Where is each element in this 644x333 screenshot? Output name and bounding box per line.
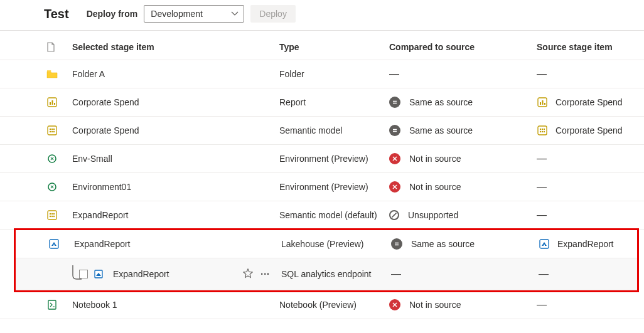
svg-rect-5 <box>540 102 541 105</box>
not-in-source-badge-icon <box>389 299 400 310</box>
svg-point-17 <box>542 129 543 130</box>
item-type: Environment (Preview) <box>279 182 368 192</box>
row-checkbox[interactable] <box>79 270 88 278</box>
source-item-icon <box>537 97 548 108</box>
source-item-icon <box>537 125 548 136</box>
compare-text: Same as source <box>411 239 475 249</box>
table-row[interactable]: ExpandReportLakehouse (Preview)Same as s… <box>16 230 637 258</box>
item-type: Report <box>279 97 306 107</box>
svg-point-14 <box>53 131 55 132</box>
table-row[interactable]: Corporate SpendReportSame as sourceCorpo… <box>0 88 644 117</box>
col-type[interactable]: Type <box>279 42 389 52</box>
deploy-button[interactable]: Deploy <box>250 5 296 23</box>
item-name: Notebook 1 <box>72 300 117 310</box>
item-type-icon <box>46 181 58 193</box>
table-header: Selected stage item Type Compared to sou… <box>0 31 644 60</box>
item-type: SQL analytics endpoint <box>281 269 371 279</box>
svg-point-25 <box>50 213 51 214</box>
source-dash: — <box>539 268 549 280</box>
svg-line-31 <box>392 213 397 218</box>
source-item-name: ExpandReport <box>557 239 614 249</box>
item-type: Semantic model (default) <box>279 210 377 220</box>
source-dash: — <box>537 68 547 80</box>
col-icon <box>19 42 72 52</box>
svg-point-30 <box>53 216 55 217</box>
svg-point-9 <box>50 129 51 130</box>
table-row[interactable]: Environment01Environment (Preview)Not in… <box>0 173 644 201</box>
source-stage-dropdown[interactable]: Development <box>144 5 244 23</box>
item-name: Corporate Spend <box>72 97 139 107</box>
svg-point-16 <box>540 129 541 130</box>
svg-point-11 <box>53 129 55 130</box>
source-item-icon <box>539 238 550 250</box>
item-type-icon <box>48 238 60 250</box>
source-dash: — <box>537 181 547 193</box>
svg-point-29 <box>51 216 53 217</box>
svg-rect-24 <box>48 211 56 219</box>
svg-point-19 <box>540 131 541 132</box>
svg-point-18 <box>544 129 545 130</box>
svg-point-13 <box>51 131 53 132</box>
stage-title: Test <box>44 7 69 21</box>
svg-rect-1 <box>50 102 51 105</box>
favorite-star-icon[interactable] <box>243 268 253 280</box>
item-type-icon <box>93 268 104 280</box>
highlight-box: ExpandReportLakehouse (Preview)Same as s… <box>14 228 639 292</box>
svg-point-10 <box>51 129 53 130</box>
table-row[interactable]: ExpandReport···SQL analytics endpoint—— <box>16 258 637 290</box>
file-icon <box>46 42 55 52</box>
item-type-icon <box>46 153 58 164</box>
item-name: Environment01 <box>72 182 131 192</box>
deploy-from-label: Deploy from <box>87 9 138 19</box>
not-in-source-badge-icon <box>389 153 400 164</box>
same-badge-icon <box>389 125 400 136</box>
compare-text: Not in source <box>409 300 461 310</box>
same-badge-icon <box>391 238 402 250</box>
table-row[interactable]: Notebook 1Notebook (Preview)Not in sourc… <box>0 291 644 319</box>
col-compared[interactable]: Compared to source <box>389 42 537 52</box>
item-type: Environment (Preview) <box>279 154 368 164</box>
table-row[interactable]: ExpandReportSemantic model (default)Unsu… <box>0 201 644 230</box>
table-row[interactable]: Env-SmallEnvironment (Preview)Not in sou… <box>0 145 644 173</box>
compare-text: Not in source <box>409 154 461 164</box>
same-badge-icon <box>389 97 400 108</box>
compare-text: Not in source <box>409 182 461 192</box>
svg-point-21 <box>544 131 545 132</box>
compare-dash: — <box>391 268 401 280</box>
dropdown-value: Development <box>151 9 203 19</box>
items-table: Selected stage item Type Compared to sou… <box>0 31 644 319</box>
source-dash: — <box>537 209 547 221</box>
table-row[interactable]: Corporate SpendSemantic modelSame as sou… <box>0 117 644 145</box>
svg-rect-6 <box>542 100 544 105</box>
svg-point-12 <box>50 131 51 132</box>
table-row[interactable]: Folder AFolder—— <box>0 60 644 88</box>
more-options-icon[interactable]: ··· <box>260 269 270 279</box>
svg-rect-15 <box>538 126 547 135</box>
item-name: Corporate Spend <box>72 125 139 135</box>
item-type-icon <box>46 97 58 108</box>
item-type: Semantic model <box>279 125 342 135</box>
item-type-icon <box>46 125 58 136</box>
svg-point-28 <box>50 216 51 217</box>
deploy-group: Deploy from Development Deploy <box>87 5 296 23</box>
chevron-down-icon <box>231 11 239 16</box>
source-item-name: Corporate Spend <box>555 125 623 135</box>
item-name: ExpandReport <box>74 239 131 249</box>
unsupported-badge-icon <box>389 210 399 220</box>
item-name: ExpandReport <box>72 210 129 220</box>
svg-rect-7 <box>544 103 545 105</box>
svg-rect-35 <box>544 245 545 246</box>
item-type: Folder <box>279 69 304 79</box>
svg-rect-3 <box>54 103 55 105</box>
compare-text: Same as source <box>409 125 473 135</box>
item-type: Notebook (Preview) <box>279 300 357 310</box>
compare-dash: — <box>389 68 399 80</box>
col-selected-item[interactable]: Selected stage item <box>72 42 279 52</box>
source-item-name: Corporate Spend <box>555 97 623 107</box>
stage-header: Test Deploy from Development Deploy <box>0 0 644 31</box>
col-source-item[interactable]: Source stage item <box>537 42 638 52</box>
item-type: Lakehouse (Preview) <box>281 239 364 249</box>
svg-point-20 <box>542 131 543 132</box>
item-type-icon <box>46 209 58 221</box>
compare-text: Same as source <box>409 97 473 107</box>
